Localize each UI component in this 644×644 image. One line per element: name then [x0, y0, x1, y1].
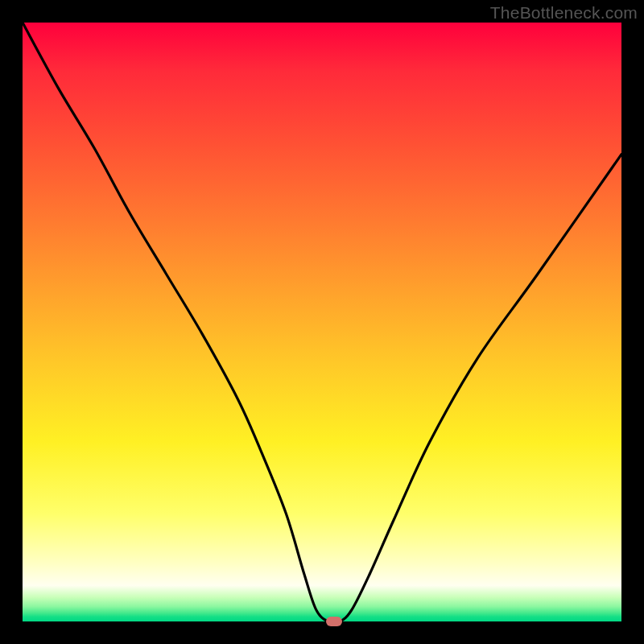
gradient-background [23, 23, 621, 621]
watermark-text: TheBottleneck.com [490, 3, 638, 23]
plot-area [23, 23, 621, 621]
optimum-marker [326, 617, 342, 626]
chart-container: TheBottleneck.com [0, 0, 644, 644]
